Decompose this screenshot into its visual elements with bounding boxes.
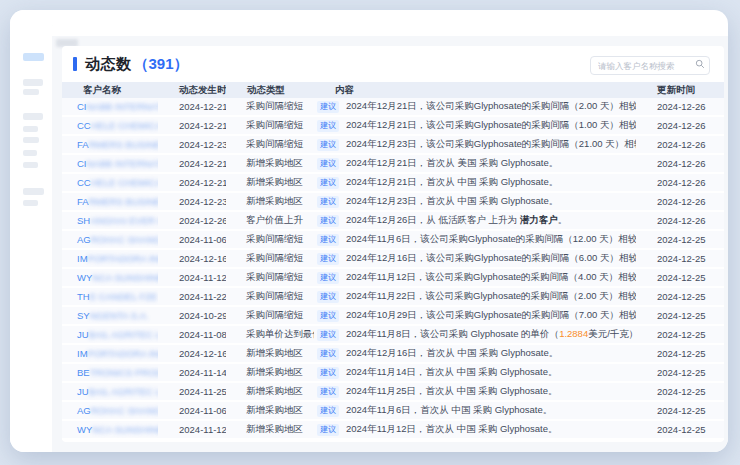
cell-dynamic-type: 新增采购地区: [226, 345, 314, 364]
column-header-dynamic-type: 动态类型: [226, 82, 314, 98]
content-text: 2024年11月25日，首次从 中国 采购 Glyphosate。: [346, 385, 558, 398]
table-row: FARMERS BUSINESS NET...2024-12-23新增采购地区建…: [62, 193, 724, 212]
customer-name-link[interactable]: SHANGHAI EVER GO INTER...: [77, 215, 158, 226]
cell-customer-name: JUBAIL AGRITEC LI MITED: [62, 326, 158, 345]
suggestion-tag: 建议: [317, 234, 339, 246]
search-input[interactable]: [590, 56, 710, 75]
cell-update-time: 2024-12-26: [636, 98, 724, 117]
sidebar-item-9[interactable]: [23, 188, 44, 195]
title-accent-bar: [73, 57, 77, 71]
table-row: SYNGENTA S.A. 2024-10-29采购间隔缩短建议2024年10月…: [62, 307, 724, 326]
suggestion-tag: 建议: [317, 367, 339, 379]
sidebar-item-8[interactable]: [23, 162, 38, 168]
suggestion-tag: 建议: [317, 424, 339, 436]
cell-occurred-time: 2024-11-08: [158, 326, 226, 345]
content-text: 2024年12月21日，该公司采购Glyphosate的采购间隔（2.00 天）…: [346, 100, 636, 113]
sidebar-item-6[interactable]: [23, 137, 39, 143]
content-text: 2024年12月23日，首次从 中国 采购 Glyphosate。: [346, 195, 558, 208]
cell-update-time: 2024-12-25: [636, 250, 724, 269]
content-text: 2024年12月23日，该公司采购Glyphosate的采购间隔（21.00 天…: [346, 138, 636, 151]
table-row: CCHELE CHEMICAL S LLC2024-12-21采购间隔缩短建议2…: [62, 117, 724, 136]
cell-customer-name: AGROHAC SHANG C OMPA...: [62, 402, 158, 421]
cell-update-time: 2024-12-26: [636, 155, 724, 174]
customer-name-link[interactable]: CCHELE CHEMICAL S LLC: [77, 177, 158, 188]
content-text: 2024年10月29日，该公司采购Glyphosate的采购间隔（7.00 天）…: [346, 309, 636, 322]
customer-name-link[interactable]: FARMERS BUSINESS NET...: [77, 139, 158, 150]
cell-occurred-time: 2024-12-23: [158, 136, 226, 155]
cell-update-time: 2024-12-25: [636, 231, 724, 250]
customer-name-link[interactable]: JUBAIL AGRITEC LI MITED: [77, 329, 158, 340]
cell-content: 建议2024年11月22日，该公司采购Glyphosate的采购间隔（2.00 …: [314, 288, 636, 307]
cell-update-time: 2024-12-25: [636, 288, 724, 307]
customer-name-link[interactable]: BETRONICS PRODU CTIO...: [77, 367, 158, 378]
customer-name-link[interactable]: THE CANDEL FZE: [77, 291, 157, 302]
customer-name-link[interactable]: JUBAIL AGRITEC LI MITED: [77, 386, 158, 397]
cell-update-time: 2024-12-25: [636, 269, 724, 288]
cell-dynamic-type: 新增采购地区: [226, 421, 314, 440]
cell-customer-name: CINABB INTERNATIO NAL L...: [62, 98, 158, 117]
cell-customer-name: SYNGENTA S.A.: [62, 307, 158, 326]
table-row: BETRONICS PRODU CTIO...2024-11-14新增采购地区建…: [62, 364, 724, 383]
cell-occurred-time: 2024-11-12: [158, 269, 226, 288]
sidebar-item-2[interactable]: [23, 79, 43, 86]
sidebar-item-7[interactable]: [23, 150, 37, 156]
cell-content: 建议2024年12月16日，首次从 中国 采购 Glyphosate。: [314, 345, 636, 364]
table-row: IMPORTADORA INDU STRIA...2024-12-16新增采购地…: [62, 345, 724, 364]
sidebar-item-10[interactable]: [23, 200, 38, 206]
dynamics-table: 客户名称 动态发生时间 动态类型 内容 更新时间 CINABB INTERNAT…: [62, 82, 724, 440]
cell-occurred-time: 2024-12-16: [158, 345, 226, 364]
cell-content: 建议2024年11月12日，首次从 中国 采购 Glyphosate。: [314, 421, 636, 440]
cell-customer-name: IMPORTADORA INDU STRIA...: [62, 250, 158, 269]
suggestion-tag: 建议: [317, 329, 339, 341]
table-row: IMPORTADORA INDU STRIA...2024-12-16采购间隔缩…: [62, 250, 724, 269]
search-icon[interactable]: [695, 59, 705, 69]
cell-content: 建议2024年12月21日，该公司采购Glyphosate的采购间隔（2.00 …: [314, 98, 636, 117]
cell-dynamic-type: 新增采购地区: [226, 174, 314, 193]
cell-dynamic-type: 新增采购地区: [226, 402, 314, 421]
cell-update-time: 2024-12-26: [636, 136, 724, 155]
sidebar-item-4[interactable]: [23, 113, 43, 120]
cell-dynamic-type: 采购间隔缩短: [226, 117, 314, 136]
cell-dynamic-type: 新增采购地区: [226, 155, 314, 174]
suggestion-tag: 建议: [317, 291, 339, 303]
sidebar-item-3[interactable]: [23, 89, 39, 95]
cell-occurred-time: 2024-11-25: [158, 383, 226, 402]
cell-content: 建议2024年12月26日，从 低活跃客户 上升为 潜力客户。: [314, 212, 636, 231]
customer-name-link[interactable]: CINABB INTERNATIO NAL L...: [77, 101, 158, 112]
cell-content: 建议2024年11月12日，该公司采购Glyphosate的采购间隔（4.00 …: [314, 269, 636, 288]
cell-occurred-time: 2024-12-21: [158, 98, 226, 117]
content-text: 2024年11月12日，首次从 中国 采购 Glyphosate。: [346, 423, 558, 436]
cell-customer-name: WYNCA SUNSHINE A GRIC ...: [62, 269, 158, 288]
cell-customer-name: FARMERS BUSINESS NET...: [62, 193, 158, 212]
table-row: JUBAIL AGRITEC LI MITED2024-11-08采购单价达到最…: [62, 326, 724, 345]
dynamics-count: （391）: [134, 55, 189, 74]
suggestion-tag: 建议: [317, 272, 339, 284]
cell-occurred-time: 2024-11-14: [158, 364, 226, 383]
table-row: AGROHAC SHANG C OMPA...2024-11-06采购间隔缩短建…: [62, 231, 724, 250]
content-text: 2024年12月26日，从 低活跃客户 上升为 潜力客户。: [346, 214, 567, 227]
customer-name-link[interactable]: WYNCA SUNSHINE A GRIC ...: [77, 272, 158, 283]
cell-dynamic-type: 采购间隔缩短: [226, 98, 314, 117]
cell-dynamic-type: 客户价值上升: [226, 212, 314, 231]
cell-occurred-time: 2024-11-12: [158, 421, 226, 440]
sidebar-item-5[interactable]: [23, 126, 38, 132]
customer-name-link[interactable]: SYNGENTA S.A.: [77, 310, 149, 321]
table-row: JUBAIL AGRITEC LI MITED2024-11-25新增采购地区建…: [62, 383, 724, 402]
cell-dynamic-type: 采购间隔缩短: [226, 250, 314, 269]
customer-name-link[interactable]: WYNCA SUNSHINE A GRIC ...: [77, 424, 158, 435]
customer-name-link[interactable]: IMPORTADORA INDU STRIA...: [77, 348, 158, 359]
cell-content: 建议2024年11月8日，该公司采购 Glyphosate 的单价（1.2884…: [314, 326, 636, 345]
cell-content: 建议2024年11月6日，首次从 中国 采购 Glyphosate。: [314, 402, 636, 421]
dynamics-card: 动态数 （391） 客户名称: [62, 46, 724, 442]
customer-name-link[interactable]: CCHELE CHEMICAL S LLC: [77, 120, 158, 131]
content-text: 2024年11月22日，该公司采购Glyphosate的采购间隔（2.00 天）…: [346, 290, 636, 303]
cell-dynamic-type: 采购间隔缩短: [226, 231, 314, 250]
customer-name-link[interactable]: CINABB INTERNATIO NAL L...: [77, 158, 158, 169]
customer-name-link[interactable]: AGROHAC SHANG C OMPA...: [77, 405, 158, 416]
cell-occurred-time: 2024-12-26: [158, 212, 226, 231]
sidebar-item-1[interactable]: [23, 53, 44, 61]
customer-name-link[interactable]: IMPORTADORA INDU STRIA...: [77, 253, 158, 264]
customer-name-link[interactable]: FARMERS BUSINESS NET...: [77, 196, 158, 207]
customer-name-link[interactable]: AGROHAC SHANG C OMPA...: [77, 234, 158, 245]
cell-dynamic-type: 新增采购地区: [226, 193, 314, 212]
